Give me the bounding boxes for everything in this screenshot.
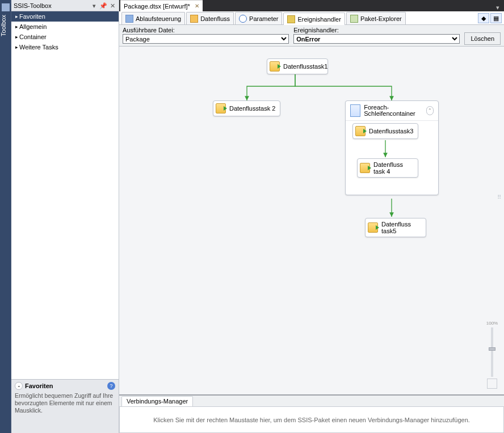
toolbox-spacer bbox=[11, 52, 119, 379]
task-datenflusstask3[interactable]: Datenflusstask3 bbox=[352, 123, 418, 139]
toolbox-item-label: Weitere Tasks bbox=[19, 44, 58, 51]
executable-label: Ausführbare Datei: bbox=[123, 27, 289, 33]
parameter-icon bbox=[239, 15, 247, 23]
task-label: Datenflusstask3 bbox=[369, 128, 413, 134]
container-header: Foreach-Schleifencontainer ⌃ bbox=[346, 101, 438, 121]
help-icon[interactable]: ? bbox=[107, 382, 115, 390]
toolbox-item-label: Allgemein bbox=[19, 23, 47, 30]
tab-label: Ablaufsteuerung bbox=[136, 15, 181, 22]
info-title: Favoriten bbox=[25, 382, 53, 389]
caret-icon: ▸ bbox=[14, 24, 19, 30]
foreach-container-icon bbox=[350, 104, 360, 117]
dataflow-task-icon bbox=[270, 61, 280, 72]
task-label: Datenfluss task 4 bbox=[373, 161, 413, 175]
variables-button[interactable]: ◆ bbox=[478, 13, 489, 23]
connection-manager-tab[interactable]: Verbindungs-Manager bbox=[121, 396, 193, 406]
tab-ereignishandler[interactable]: Ereignishandler bbox=[283, 12, 345, 25]
resize-grip-icon[interactable]: ⠿ bbox=[497, 194, 502, 200]
designer-tabs: Ablaufsteuerung Datenfluss Parameter Ere… bbox=[119, 11, 504, 25]
toolbox-pin-icon[interactable]: 📌 bbox=[99, 2, 107, 10]
foreach-container[interactable]: Foreach-Schleifencontainer ⌃ Datenflusst… bbox=[345, 100, 439, 195]
control-flow-icon bbox=[125, 15, 133, 23]
tab-label: Ereignishandler bbox=[297, 16, 341, 23]
connection-manager-panel: Verbindungs-Manager Klicken Sie mit der … bbox=[119, 394, 504, 433]
main-pane: Package.dtsx [Entwurf]* ✕ ▾ Ablaufsteuer… bbox=[119, 0, 504, 433]
info-body: Ermöglicht bequemen Zugriff auf Ihre bev… bbox=[15, 392, 115, 414]
ssis-toolbox-pane: SSIS-Toolbox ▾ 📌 ✕ ▸ Favoriten ▸ Allgeme… bbox=[11, 0, 119, 433]
tab-parameter[interactable]: Parameter bbox=[235, 12, 282, 24]
ssis-toolbox-button[interactable]: ▦ bbox=[490, 13, 502, 23]
dataflow-task-icon bbox=[216, 103, 226, 113]
task-datenflusstask4[interactable]: Datenfluss task 4 bbox=[357, 158, 418, 178]
connection-manager-tabs: Verbindungs-Manager bbox=[119, 396, 504, 407]
toolbox-close-icon[interactable]: ✕ bbox=[108, 2, 116, 10]
zoom-track[interactable] bbox=[491, 327, 493, 377]
toolbox-list: ▸ Favoriten ▸ Allgemein ▸ Container ▸ We… bbox=[11, 11, 119, 379]
toolbox-info-panel: ⌄ Favoriten ? Ermöglicht bequemen Zugrif… bbox=[11, 379, 119, 433]
zoom-label: 100% bbox=[486, 321, 498, 326]
dataflow-task-icon bbox=[360, 163, 370, 173]
toolbox-dropdown-icon[interactable]: ▾ bbox=[90, 2, 98, 10]
document-tabbar: Package.dtsx [Entwurf]* ✕ ▾ bbox=[119, 0, 504, 11]
tab-datenfluss[interactable]: Datenfluss bbox=[186, 12, 234, 24]
tab-ablaufsteuerung[interactable]: Ablaufsteuerung bbox=[121, 12, 185, 24]
container-collapse-icon[interactable]: ⌃ bbox=[426, 106, 434, 115]
dataflow-task-icon bbox=[355, 126, 366, 136]
container-title: Foreach-Schleifencontainer bbox=[364, 104, 426, 117]
dataflow-task-icon bbox=[368, 222, 378, 233]
toolbox-header: SSIS-Toolbox ▾ 📌 ✕ bbox=[11, 0, 119, 11]
task-label: Datenfluss task5 bbox=[381, 221, 421, 234]
connection-manager-body[interactable]: Klicken Sie mit der rechten Maustaste hi… bbox=[119, 407, 504, 433]
task-datenflusstask5[interactable]: Datenfluss task5 bbox=[365, 218, 426, 237]
eventhandler-select[interactable]: OnError bbox=[293, 34, 460, 44]
toolbox-item-weitere-tasks[interactable]: ▸ Weitere Tasks bbox=[11, 42, 119, 52]
toolbox-item-label: Container bbox=[19, 33, 47, 40]
document-tab-label: Package.dtsx [Entwurf]* bbox=[124, 3, 190, 10]
tab-paket-explorer[interactable]: Paket-Explorer bbox=[346, 12, 406, 24]
task-datenflusstask2[interactable]: Datenflusstask 2 bbox=[213, 100, 280, 116]
design-canvas[interactable]: Datenflusstask1 Datenflusstask 2 Foreach… bbox=[119, 47, 504, 394]
toolbox-item-favoriten[interactable]: ▸ Favoriten bbox=[11, 11, 119, 22]
tab-label: Datenfluss bbox=[200, 15, 230, 22]
side-rail[interactable]: Toolbox bbox=[0, 0, 11, 433]
task-label: Datenflusstask 2 bbox=[229, 105, 275, 112]
event-handler-config: Ausführbare Datei: Package Ereignishandl… bbox=[119, 25, 504, 47]
task-datenflusstask1[interactable]: Datenflusstask1 bbox=[267, 58, 328, 74]
zoom-fit-button[interactable] bbox=[487, 379, 497, 389]
caret-icon: ▸ bbox=[14, 14, 19, 19]
delete-button[interactable]: Löschen bbox=[464, 32, 501, 45]
event-handler-icon bbox=[287, 15, 295, 23]
eventhandler-label: Ereignishandler: bbox=[293, 27, 460, 33]
executable-select[interactable]: Package bbox=[123, 34, 289, 44]
data-flow-icon bbox=[190, 15, 198, 23]
zoom-control[interactable]: 100% bbox=[486, 321, 498, 389]
container-body: Datenflusstask3 Datenfluss task 4 bbox=[346, 121, 438, 195]
info-collapse-icon[interactable]: ⌄ bbox=[15, 382, 23, 390]
caret-icon: ▸ bbox=[14, 44, 19, 50]
caret-icon: ▸ bbox=[14, 34, 19, 40]
toolbox-title: SSIS-Toolbox bbox=[14, 2, 89, 9]
tab-label: Paket-Explorer bbox=[360, 15, 402, 22]
zoom-thumb[interactable] bbox=[489, 347, 495, 351]
toolbox-item-allgemein[interactable]: ▸ Allgemein bbox=[11, 22, 119, 32]
document-tab-close-icon[interactable]: ✕ bbox=[195, 3, 199, 9]
package-explorer-icon bbox=[350, 15, 358, 23]
toolbox-item-container[interactable]: ▸ Container bbox=[11, 32, 119, 42]
toolbox-item-label: Favoriten bbox=[19, 13, 45, 20]
document-tab-package[interactable]: Package.dtsx [Entwurf]* ✕ bbox=[120, 0, 203, 11]
tab-label: Parameter bbox=[249, 15, 278, 22]
toolbox-rail-icon bbox=[2, 3, 10, 11]
rail-label: Toolbox bbox=[0, 15, 7, 36]
tabbar-overflow-icon[interactable]: ▾ bbox=[494, 3, 502, 11]
task-label: Datenflusstask1 bbox=[283, 63, 323, 70]
connectors bbox=[119, 47, 504, 394]
